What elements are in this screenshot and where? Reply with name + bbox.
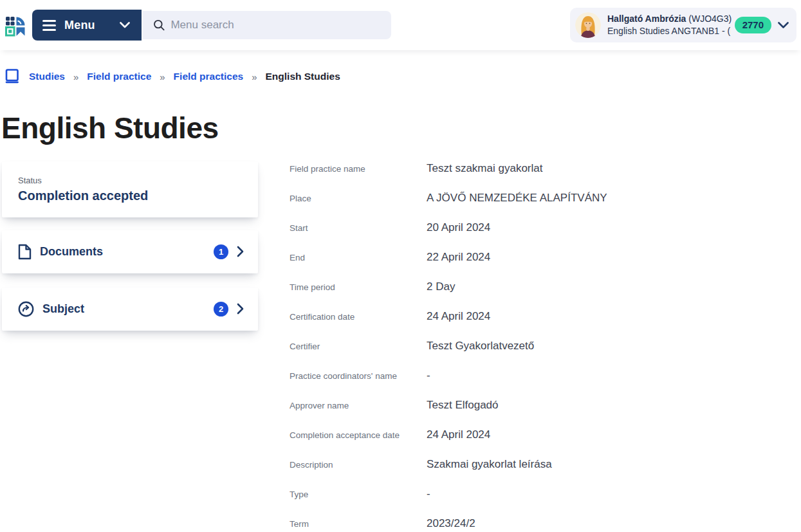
detail-label: Practice coordinators' name: [290, 369, 427, 381]
detail-value: 20 April 2024: [427, 221, 490, 234]
detail-label: Term: [290, 517, 427, 529]
menu-button-label: Menu: [64, 19, 95, 32]
neptun-logo-icon: [5, 12, 27, 38]
detail-row-approver-name: Approver name Teszt Elfogadó: [290, 399, 801, 428]
detail-label: Time period: [290, 280, 427, 292]
menu-search-box[interactable]: [143, 11, 391, 39]
user-program: English Studies ANGTANB1 - (BA/BS...: [607, 25, 731, 37]
documents-card-label: Documents: [40, 245, 214, 259]
user-info: Hallgató Ambrózia (WJO4G3) English Studi…: [607, 13, 731, 37]
menu-button[interactable]: Menu: [32, 10, 142, 41]
detail-label: Approver name: [290, 399, 427, 410]
detail-row-completion-acceptance-date: Completion acceptance date 24 April 2024: [290, 428, 801, 458]
user-name: Hallgató Ambrózia: [607, 14, 686, 24]
detail-value: Teszt Elfogadó: [427, 399, 499, 412]
detail-label: Start: [290, 221, 427, 233]
subject-card[interactable]: Subject 2: [2, 288, 258, 331]
detail-label: Type: [290, 488, 427, 499]
chevron-down-icon: [120, 22, 130, 28]
detail-value: -: [427, 369, 430, 382]
document-icon: [18, 244, 32, 260]
detail-value: -: [427, 488, 430, 500]
subject-arrow-icon: [18, 301, 34, 317]
menu-search-input[interactable]: [170, 19, 382, 32]
status-card: Status Completion accepted: [2, 161, 258, 217]
detail-value: Teszt szakmai gyakorlat: [427, 162, 542, 175]
breadcrumb-separator: »: [160, 71, 165, 82]
breadcrumb-separator: »: [73, 71, 78, 82]
documents-card[interactable]: Documents 1: [2, 230, 258, 273]
detail-value: Szakmai gyakorlat leírása: [427, 458, 552, 471]
breadcrumb-link-studies[interactable]: Studies: [29, 71, 65, 82]
detail-row-place: Place A JÖVŐ NEMZEDÉKE ALAPÍTVÁNY: [290, 192, 801, 221]
user-avatar: [575, 12, 601, 38]
detail-value: 22 April 2024: [427, 251, 490, 264]
user-code: (WJO4G3): [688, 14, 732, 24]
breadcrumb-current: English Studies: [266, 71, 340, 82]
detail-label: Field practice name: [290, 162, 427, 174]
user-menu[interactable]: Hallgató Ambrózia (WJO4G3) English Studi…: [570, 8, 796, 42]
detail-label: Certifier: [290, 340, 427, 351]
detail-row-description: Description Szakmai gyakorlat leírása: [290, 458, 801, 488]
chevron-down-icon[interactable]: [778, 22, 789, 29]
detail-row-certifier: Certifier Teszt Gyakorlatvezető: [290, 340, 801, 369]
chevron-right-icon: [237, 246, 244, 257]
detail-row-certification-date: Certification date 24 April 2024: [290, 310, 801, 340]
detail-row-practice-coordinators-name: Practice coordinators' name -: [290, 369, 801, 399]
detail-value: Teszt Gyakorlatvezető: [427, 340, 534, 353]
detail-label: Description: [290, 458, 427, 470]
detail-row-start: Start 20 April 2024: [290, 221, 801, 251]
main-content: Status Completion accepted Documents 1: [0, 161, 801, 532]
detail-value: 2023/24/2: [427, 517, 475, 530]
detail-label: End: [290, 251, 427, 262]
detail-row-end: End 22 April 2024: [290, 251, 801, 280]
breadcrumb: Studies » Field practice » Field practic…: [5, 68, 801, 86]
detail-value: A JÖVŐ NEMZEDÉKE ALAPÍTVÁNY: [427, 192, 607, 205]
detail-value: 24 April 2024: [427, 428, 490, 441]
documents-count-badge: 1: [214, 244, 228, 259]
detail-value: 2 Day: [427, 280, 455, 293]
breadcrumb-separator: »: [252, 71, 257, 82]
chevron-right-icon: [237, 303, 244, 315]
subject-count-badge: 2: [214, 302, 228, 316]
detail-label: Completion acceptance date: [290, 428, 427, 440]
breadcrumb-link-field-practice[interactable]: Field practice: [87, 71, 151, 82]
credit-badge: 2770: [735, 17, 771, 33]
detail-value: 24 April 2024: [427, 310, 490, 323]
user-name-line: Hallgató Ambrózia (WJO4G3): [607, 13, 731, 25]
breadcrumb-link-field-practices[interactable]: Field practices: [174, 71, 244, 82]
detail-row-type: Type -: [290, 488, 801, 517]
hamburger-icon: [42, 20, 56, 31]
status-label: Status: [18, 176, 242, 185]
subject-card-label: Subject: [42, 302, 214, 316]
book-icon: [5, 68, 20, 85]
page: Menu: [0, 0, 801, 532]
detail-label: Place: [290, 192, 427, 203]
field-practice-details: Field practice name Teszt szakmai gyakor…: [290, 161, 801, 532]
page-title: English Studies: [1, 111, 801, 145]
top-bar: Menu: [0, 0, 801, 50]
summary-column: Status Completion accepted Documents 1: [2, 161, 258, 345]
status-value: Completion accepted: [18, 188, 242, 203]
detail-row-term: Term 2023/24/2: [290, 517, 801, 532]
search-icon: [153, 19, 165, 32]
detail-label: Certification date: [290, 310, 427, 322]
detail-row-field-practice-name: Field practice name Teszt szakmai gyakor…: [290, 162, 801, 192]
detail-row-time-period: Time period 2 Day: [290, 280, 801, 310]
